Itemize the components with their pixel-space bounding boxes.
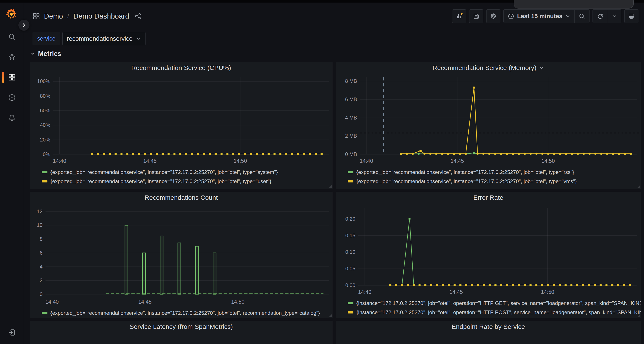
svg-text:8 MB: 8 MB [345, 78, 357, 84]
svg-text:100%: 100% [37, 78, 50, 84]
legend-item[interactable]: {instance="172.17.0.2:25270", job="otel"… [348, 308, 638, 317]
legend-label: {exported_job="recommendationservice", i… [356, 169, 574, 175]
top-black-strip [0, 0, 644, 2]
legend-label: {exported_job="recommendationservice", i… [50, 178, 271, 184]
panel-title[interactable]: Service Latency (from SpanMetrics) [130, 323, 233, 330]
legend-item[interactable]: {exported_job="recommendationservice", i… [42, 168, 330, 177]
svg-text:40%: 40% [40, 122, 50, 128]
sidebar-expand-button[interactable] [18, 20, 30, 31]
time-range-picker[interactable]: Last 15 minutes [504, 9, 574, 23]
row-header-metrics[interactable]: Metrics [24, 46, 644, 61]
monitor-icon [628, 12, 635, 20]
zoom-out-time-button[interactable] [574, 9, 589, 23]
legend-swatch-icon [348, 302, 354, 304]
svg-text:14:40: 14:40 [45, 299, 59, 305]
svg-text:4 MB: 4 MB [345, 115, 357, 121]
panel-title[interactable]: Recommendation Service (Memory) [432, 64, 536, 71]
legend-swatch-icon [42, 312, 48, 314]
legend-swatch-icon [42, 180, 48, 182]
kiosk-mode-button[interactable] [624, 9, 638, 23]
panel-title[interactable]: Endpoint Rate by Service [452, 323, 525, 330]
svg-text:80%: 80% [40, 93, 50, 99]
sidebar-item-search[interactable] [0, 29, 24, 44]
svg-text:2 MB: 2 MB [345, 133, 357, 139]
svg-text:2: 2 [40, 277, 42, 283]
svg-text:14:45: 14:45 [450, 289, 463, 295]
share-icon [134, 12, 142, 20]
legend-item[interactable]: {exported_job="recommendationservice", i… [348, 168, 638, 177]
panel-title[interactable]: Recommendations Count [145, 194, 218, 201]
svg-text:0.05: 0.05 [345, 266, 355, 271]
svg-text:14:45: 14:45 [138, 299, 152, 305]
panel-title[interactable]: Recommendation Service (CPU%) [131, 64, 231, 71]
panel-title[interactable]: Error Rate [473, 194, 503, 201]
legend-item[interactable]: {exported_job="recommendationservice", i… [42, 308, 330, 318]
dashboard-grid: Recommendation Service (CPU%) 0%20%40%60… [24, 61, 644, 344]
legend-item[interactable]: {exported_job="recommendationservice", i… [42, 177, 330, 186]
memory-legend: {exported_job="recommendationservice", i… [336, 166, 640, 186]
svg-text:14:50: 14:50 [231, 299, 245, 305]
panel-menu-chevron-icon[interactable] [539, 65, 544, 71]
memory-chart[interactable]: 0 MB2 MB4 MB6 MB8 MB14:4014:4514:50 [336, 74, 640, 166]
cpu-legend: {exported_job="recommendationservice", i… [30, 166, 332, 186]
star-icon [8, 53, 16, 61]
svg-text:0.10: 0.10 [345, 249, 355, 255]
svg-text:0: 0 [40, 291, 42, 297]
sidebar-item-starred[interactable] [0, 49, 24, 65]
svg-text:60%: 60% [40, 108, 50, 113]
error-rate-chart[interactable]: 0.000.050.100.150.2014:4014:4514:50 [336, 203, 640, 297]
sidebar-item-dashboards[interactable] [0, 70, 24, 85]
template-variables-row: service recommendationservice [24, 30, 644, 46]
svg-text:14:50: 14:50 [542, 158, 555, 164]
breadcrumb: Demo / Demo Dashboard [32, 12, 142, 20]
row-title: Metrics [38, 50, 61, 58]
sidebar-item-sign-in[interactable] [0, 325, 24, 340]
dashboard-grid-icon[interactable] [32, 12, 40, 20]
svg-text:0%: 0% [43, 151, 50, 157]
variable-value-text: recommendationservice [67, 35, 133, 42]
svg-text:10: 10 [37, 222, 42, 228]
browser-overlay-pill [514, 0, 634, 8]
add-panel-button[interactable] [452, 9, 466, 23]
panel-recommendations-count: Recommendations Count 02468101214:4014:4… [30, 192, 332, 318]
dashboard-settings-button[interactable] [486, 9, 500, 23]
refresh-button[interactable] [593, 9, 608, 23]
breadcrumb-current[interactable]: Demo Dashboard [73, 12, 129, 20]
legend-swatch-icon [348, 311, 354, 314]
legend-label: {exported_job="recommendationservice", i… [50, 310, 320, 316]
save-icon [473, 12, 480, 20]
svg-text:4: 4 [40, 264, 42, 270]
time-picker-group: Last 15 minutes [504, 9, 590, 23]
legend-swatch-icon [348, 171, 354, 173]
svg-text:14:40: 14:40 [358, 289, 372, 295]
svg-text:0.00: 0.00 [345, 282, 355, 288]
sidebar-item-explore[interactable] [0, 90, 24, 105]
legend-item[interactable]: {exported_job="recommendationservice", i… [348, 177, 638, 186]
legend-item[interactable]: {instance="172.17.0.2:25270", job="otel"… [348, 299, 638, 308]
error-rate-legend: {instance="172.17.0.2:25270", job="otel"… [336, 297, 640, 317]
sidebar-item-alerting[interactable] [0, 110, 24, 126]
chevron-down-icon [565, 13, 570, 19]
zoom-out-icon [578, 13, 586, 20]
recommendations-count-chart[interactable]: 02468101214:4014:4514:50 [30, 203, 332, 307]
variable-value-dropdown[interactable]: recommendationservice [62, 32, 146, 45]
save-dashboard-button[interactable] [469, 9, 483, 23]
svg-text:0 MB: 0 MB [345, 151, 357, 157]
sidebar [0, 2, 24, 344]
legend-label: {instance="172.17.0.2:25270", job="otel"… [356, 300, 640, 306]
cpu-chart[interactable]: 0%20%40%60%80%100%14:4014:4514:50 [30, 74, 332, 166]
svg-text:6 MB: 6 MB [345, 96, 357, 102]
svg-text:12: 12 [37, 208, 42, 214]
svg-text:20%: 20% [40, 137, 50, 143]
legend-swatch-icon [348, 180, 354, 182]
grafana-logo-icon[interactable] [5, 8, 17, 20]
search-icon [8, 33, 16, 41]
svg-text:14:45: 14:45 [143, 158, 156, 164]
panel-memory: Recommendation Service (Memory) 0 MB2 MB… [336, 62, 641, 189]
gear-icon [490, 12, 497, 20]
refresh-interval-dropdown[interactable] [608, 9, 621, 23]
breadcrumb-root[interactable]: Demo [44, 12, 63, 20]
share-button[interactable] [134, 12, 142, 20]
time-range-label: Last 15 minutes [517, 13, 562, 20]
svg-text:0.20: 0.20 [345, 216, 355, 222]
